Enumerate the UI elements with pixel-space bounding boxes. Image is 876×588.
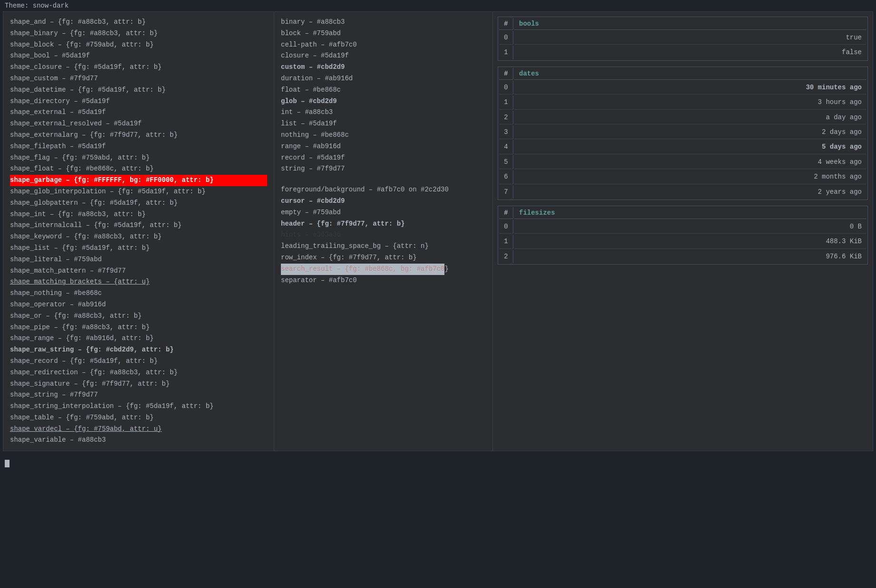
line-shape-pipe: shape_pipe – {fg: #a88cb3, attr: b} — [10, 322, 267, 333]
table-row: 7 2 years ago — [499, 185, 866, 199]
line-search-result: search_result – {fg: #be868c, bg: #afb7c… — [281, 264, 486, 275]
line-shape-bool: shape_bool – #5da19f — [10, 50, 267, 62]
table-row: 0 0 B — [499, 220, 866, 234]
line-shape-nothing: shape_nothing – #be868c — [10, 288, 267, 299]
col-right: # bools 0 true 1 false # dates — [493, 12, 873, 451]
table-row: 4 5 days ago — [499, 140, 866, 154]
line-shape-block: shape_block – {fg: #759abd, attr: b} — [10, 39, 267, 51]
line-shape-list: shape_list – {fg: #5da19f, attr: b} — [10, 243, 267, 254]
line-record: record – #5da19f — [281, 152, 486, 164]
line-shape-table: shape_table – {fg: #759abd, attr: b} — [10, 412, 267, 424]
line-shape-matching-brackets: shape_matching_brackets – {attr: u} — [10, 276, 267, 288]
line-shape-flag: shape_flag – {fg: #759abd, attr: b} — [10, 152, 267, 164]
line-leading-trailing: leading_trailing_space_bg – {attr: n} — [281, 241, 486, 252]
line-shape-custom: shape_custom – #7f9d77 — [10, 73, 267, 85]
line-cursor: cursor – #cbd2d9 — [281, 196, 486, 207]
table-row: 6 2 months ago — [499, 170, 866, 184]
line-shape-variable: shape_variable – #a88cb3 — [10, 435, 267, 446]
line-shape-external-resolved: shape_external_resolved – #5da19f — [10, 118, 267, 130]
line-cell-path: cell-path – #afb7c0 — [281, 39, 486, 51]
line-nothing: nothing – #be868c — [281, 130, 486, 141]
line-shape-or: shape_or – {fg: #a88cb3, attr: b} — [10, 311, 267, 322]
theme-label: Theme: snow-dark — [0, 0, 876, 11]
table-row: 2 976.6 KiB — [499, 250, 866, 263]
table-row: 0 30 minutes ago — [499, 81, 866, 95]
line-shape-directory: shape_directory – #5da19f — [10, 96, 267, 107]
line-shape-datetime: shape_datetime – {fg: #5da19f, attr: b} — [10, 85, 267, 96]
line-header: header – {fg: #7f9d77, attr: b} — [281, 218, 486, 230]
bools-val-0: true — [514, 31, 866, 45]
table-row: 2 a day ago — [499, 111, 866, 124]
line-shape-internalcall: shape_internalcall – {fg: #5da19f, attr:… — [10, 220, 267, 231]
line-shape-match-pattern: shape_match_pattern – #7f9d77 — [10, 266, 267, 277]
line-shape-glob-interpolation: shape_glob_interpolation – {fg: #5da19f,… — [10, 186, 267, 198]
line-string: string – #7f9d77 — [281, 163, 486, 175]
line-shape-closure: shape_closure – {fg: #5da19f, attr: b} — [10, 62, 267, 73]
line-shape-globpattern: shape_globpattern – {fg: #5da19f, attr: … — [10, 198, 267, 209]
line-shape-external: shape_external – #5da19f — [10, 107, 267, 118]
line-shape-signature: shape_signature – {fg: #7f9d77, attr: b} — [10, 379, 267, 390]
line-shape-binary: shape_binary – {fg: #a88cb3, attr: b} — [10, 28, 267, 39]
line-shape-externalarg: shape_externalarg – {fg: #7f9d77, attr: … — [10, 130, 267, 141]
bools-idx-1: 1 — [499, 46, 513, 59]
line-shape-literal: shape_literal – #759abd — [10, 254, 267, 266]
table-row: 1 false — [499, 46, 866, 59]
line-custom: custom – #cbd2d9 — [281, 62, 486, 73]
line-binary: binary – #a88cb3 — [281, 17, 486, 28]
line-shape-string-interpolation: shape_string_interpolation – {fg: #5da19… — [10, 401, 267, 412]
line-fg-bg: foreground/background – #afb7c0 on #2c2d… — [281, 184, 486, 196]
line-shape-operator: shape_operator – #ab916d — [10, 299, 267, 311]
line-shape-garbage: shape_garbage – {fg: #FFFFFF, bg: #FF000… — [10, 175, 267, 186]
line-list: list – #5da19f — [281, 118, 486, 130]
line-shape-string: shape_string – #7f9d77 — [10, 389, 267, 401]
line-row-index: row_index – {fg: #7f9d77, attr: b} — [281, 252, 486, 264]
line-shape-vardecl: shape_vardecl – {fg: #759abd, attr: u} — [10, 424, 267, 435]
line-shape-int: shape_int – {fg: #a88cb3, attr: b} — [10, 209, 267, 220]
filesizes-hash-header: # — [499, 207, 513, 219]
bools-idx-0: 0 — [499, 31, 513, 45]
line-shape-record: shape_record – {fg: #5da19f, attr: b} — [10, 356, 267, 367]
col-mid: binary – #a88cb3 block – #759abd cell-pa… — [274, 12, 493, 451]
dates-hash-header: # — [499, 68, 513, 80]
bools-val-1: false — [514, 46, 866, 59]
table-row: 1 3 hours ago — [499, 95, 866, 109]
line-int: int – #a88cb3 — [281, 107, 486, 118]
line-separator: separator – #afb7c0 — [281, 275, 486, 286]
table-filesizes: # filesizes 0 0 B 1 488.3 KiB 2 976.6 Ki… — [498, 206, 868, 265]
line-float: float – #be868c — [281, 85, 486, 96]
cursor-blink — [5, 460, 10, 467]
line-empty: empty – #759abd — [281, 207, 486, 218]
bools-hash-header: # — [499, 18, 513, 30]
table-row: 0 true — [499, 31, 866, 45]
line-block: block – #759abd — [281, 28, 486, 39]
line-shape-float: shape_float – {fg: #be868c, attr: b} — [10, 163, 267, 175]
line-shape-keyword: shape_keyword – {fg: #a88cb3, attr: b} — [10, 231, 267, 243]
line-duration: duration – #ab916d — [281, 73, 486, 85]
main-container: shape_and – {fg: #a88cb3, attr: b} shape… — [3, 11, 873, 451]
table-bools: # bools 0 true 1 false — [498, 17, 868, 61]
line-glob: glob – #cbd2d9 — [281, 96, 486, 107]
table-row: 1 488.3 KiB — [499, 235, 866, 248]
table-row: 3 2 days ago — [499, 125, 866, 139]
line-shape-raw-string: shape_raw_string – {fg: #cbd2d9, attr: b… — [10, 344, 267, 356]
col-left: shape_and – {fg: #a88cb3, attr: b} shape… — [3, 12, 274, 451]
filesizes-value-header: filesizes — [514, 207, 866, 219]
table-row: 5 4 weeks ago — [499, 155, 866, 169]
bools-value-header: bools — [514, 18, 866, 30]
line-hints: hints – #363a36 — [281, 229, 486, 241]
line-range: range – #ab916d — [281, 141, 486, 152]
table-dates: # dates 0 30 minutes ago 1 3 hours ago 2… — [498, 66, 868, 200]
dates-value-header: dates — [514, 68, 866, 80]
line-shape-and: shape_and – {fg: #a88cb3, attr: b} — [10, 17, 267, 28]
line-shape-filepath: shape_filepath – #5da19f — [10, 141, 267, 152]
line-closure: closure – #5da19f — [281, 50, 486, 62]
line-shape-range: shape_range – {fg: #ab916d, attr: b} — [10, 333, 267, 344]
line-shape-redirection: shape_redirection – {fg: #a88cb3, attr: … — [10, 367, 267, 379]
